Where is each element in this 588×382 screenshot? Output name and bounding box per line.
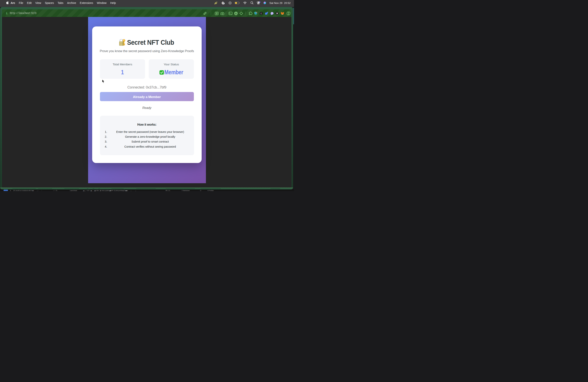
svg-text:L: L [260, 12, 262, 15]
svg-text:G: G [222, 2, 224, 4]
